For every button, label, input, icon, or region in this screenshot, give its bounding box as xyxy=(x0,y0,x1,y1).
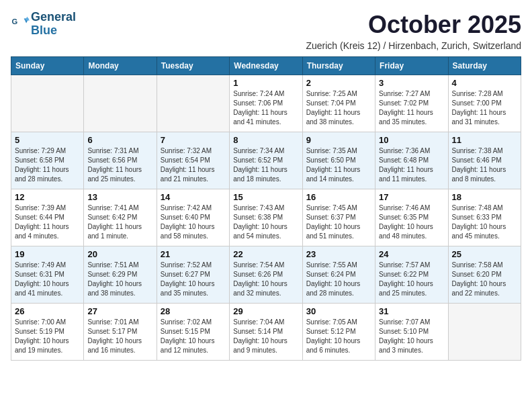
logo: G General Blue xyxy=(11,11,76,38)
day-number: 1 xyxy=(233,78,298,88)
day-info: Sunrise: 7:51 AM Sunset: 6:29 PM Dayligh… xyxy=(87,261,152,298)
calendar-week-row: 19Sunrise: 7:49 AM Sunset: 6:31 PM Dayli… xyxy=(11,246,521,304)
day-number: 30 xyxy=(306,306,371,316)
logo-icon: G xyxy=(11,15,30,34)
calendar-cell: 21Sunrise: 7:52 AM Sunset: 6:27 PM Dayli… xyxy=(157,246,229,304)
day-number: 13 xyxy=(87,192,152,202)
location-subtitle: Zuerich (Kreis 12) / Hirzenbach, Zurich,… xyxy=(306,40,521,51)
day-info: Sunrise: 7:39 AM Sunset: 6:44 PM Dayligh… xyxy=(15,203,80,241)
calendar-cell: 1Sunrise: 7:24 AM Sunset: 7:06 PM Daylig… xyxy=(230,75,302,132)
calendar-cell: 9Sunrise: 7:35 AM Sunset: 6:50 PM Daylig… xyxy=(302,132,375,189)
day-info: Sunrise: 7:31 AM Sunset: 6:56 PM Dayligh… xyxy=(87,146,152,184)
calendar-cell: 7Sunrise: 7:32 AM Sunset: 6:54 PM Daylig… xyxy=(157,132,229,189)
calendar-week-row: 5Sunrise: 7:29 AM Sunset: 6:58 PM Daylig… xyxy=(11,132,521,189)
calendar-cell: 4Sunrise: 7:28 AM Sunset: 7:00 PM Daylig… xyxy=(448,75,521,132)
day-number: 24 xyxy=(379,249,444,259)
day-info: Sunrise: 7:54 AM Sunset: 6:26 PM Dayligh… xyxy=(233,261,298,298)
day-info: Sunrise: 7:38 AM Sunset: 6:46 PM Dayligh… xyxy=(452,146,517,184)
calendar-cell: 13Sunrise: 7:41 AM Sunset: 6:42 PM Dayli… xyxy=(84,189,157,246)
day-number: 20 xyxy=(87,249,152,259)
day-number: 22 xyxy=(233,249,298,259)
day-info: Sunrise: 7:45 AM Sunset: 6:37 PM Dayligh… xyxy=(306,203,371,241)
day-info: Sunrise: 7:32 AM Sunset: 6:54 PM Dayligh… xyxy=(161,146,226,184)
calendar-cell: 15Sunrise: 7:43 AM Sunset: 6:38 PM Dayli… xyxy=(230,189,302,246)
day-number: 4 xyxy=(452,78,517,88)
calendar-cell: 30Sunrise: 7:05 AM Sunset: 5:12 PM Dayli… xyxy=(302,304,375,361)
calendar-cell: 3Sunrise: 7:27 AM Sunset: 7:02 PM Daylig… xyxy=(375,75,448,132)
calendar-cell: 5Sunrise: 7:29 AM Sunset: 6:58 PM Daylig… xyxy=(11,132,84,189)
day-info: Sunrise: 7:55 AM Sunset: 6:24 PM Dayligh… xyxy=(306,261,371,298)
day-number: 6 xyxy=(87,135,152,145)
weekday-header-wednesday: Wednesday xyxy=(230,57,302,75)
calendar-week-row: 1Sunrise: 7:24 AM Sunset: 7:06 PM Daylig… xyxy=(11,75,521,132)
svg-marker-2 xyxy=(25,17,30,21)
calendar-cell: 25Sunrise: 7:58 AM Sunset: 6:20 PM Dayli… xyxy=(448,246,521,304)
day-number: 9 xyxy=(306,135,371,145)
day-number: 27 xyxy=(87,306,152,316)
day-info: Sunrise: 7:52 AM Sunset: 6:27 PM Dayligh… xyxy=(161,261,226,298)
day-info: Sunrise: 7:24 AM Sunset: 7:06 PM Dayligh… xyxy=(233,89,298,127)
calendar-cell: 16Sunrise: 7:45 AM Sunset: 6:37 PM Dayli… xyxy=(302,189,375,246)
calendar-week-row: 12Sunrise: 7:39 AM Sunset: 6:44 PM Dayli… xyxy=(11,189,521,246)
day-number: 21 xyxy=(161,249,226,259)
month-title: October 2025 xyxy=(306,11,521,39)
day-info: Sunrise: 7:48 AM Sunset: 6:33 PM Dayligh… xyxy=(452,203,517,241)
day-info: Sunrise: 7:43 AM Sunset: 6:38 PM Dayligh… xyxy=(233,203,298,241)
calendar-cell: 26Sunrise: 7:00 AM Sunset: 5:19 PM Dayli… xyxy=(11,304,84,361)
day-number: 31 xyxy=(379,306,444,316)
weekday-header-thursday: Thursday xyxy=(302,57,375,75)
calendar-week-row: 26Sunrise: 7:00 AM Sunset: 5:19 PM Dayli… xyxy=(11,304,521,361)
title-area: October 2025 Zuerich (Kreis 12) / Hirzen… xyxy=(306,11,521,51)
day-number: 15 xyxy=(233,192,298,202)
calendar-header-row: SundayMondayTuesdayWednesdayThursdayFrid… xyxy=(11,57,521,75)
calendar-cell: 10Sunrise: 7:36 AM Sunset: 6:48 PM Dayli… xyxy=(375,132,448,189)
calendar-cell: 22Sunrise: 7:54 AM Sunset: 6:26 PM Dayli… xyxy=(230,246,302,304)
day-info: Sunrise: 7:29 AM Sunset: 6:58 PM Dayligh… xyxy=(15,146,80,184)
weekday-header-monday: Monday xyxy=(84,57,157,75)
day-info: Sunrise: 7:02 AM Sunset: 5:15 PM Dayligh… xyxy=(161,318,226,355)
day-info: Sunrise: 7:57 AM Sunset: 6:22 PM Dayligh… xyxy=(379,261,444,298)
day-number: 19 xyxy=(15,249,80,259)
page-header: G General Blue October 2025 Zuerich (Kre… xyxy=(11,11,521,51)
calendar-cell: 23Sunrise: 7:55 AM Sunset: 6:24 PM Dayli… xyxy=(302,246,375,304)
day-info: Sunrise: 7:27 AM Sunset: 7:02 PM Dayligh… xyxy=(379,89,444,127)
day-number: 28 xyxy=(161,306,226,316)
day-number: 5 xyxy=(15,135,80,145)
day-number: 26 xyxy=(15,306,80,316)
calendar-cell xyxy=(448,304,521,361)
weekday-header-friday: Friday xyxy=(375,57,448,75)
day-info: Sunrise: 7:25 AM Sunset: 7:04 PM Dayligh… xyxy=(306,89,371,127)
day-info: Sunrise: 7:28 AM Sunset: 7:00 PM Dayligh… xyxy=(452,89,517,127)
day-number: 18 xyxy=(452,192,517,202)
svg-text:G: G xyxy=(11,17,17,26)
calendar-cell: 24Sunrise: 7:57 AM Sunset: 6:22 PM Dayli… xyxy=(375,246,448,304)
calendar-cell: 18Sunrise: 7:48 AM Sunset: 6:33 PM Dayli… xyxy=(448,189,521,246)
day-number: 16 xyxy=(306,192,371,202)
day-info: Sunrise: 7:35 AM Sunset: 6:50 PM Dayligh… xyxy=(306,146,371,184)
day-number: 2 xyxy=(306,78,371,88)
day-number: 3 xyxy=(379,78,444,88)
calendar-cell: 27Sunrise: 7:01 AM Sunset: 5:17 PM Dayli… xyxy=(84,304,157,361)
calendar-cell: 11Sunrise: 7:38 AM Sunset: 6:46 PM Dayli… xyxy=(448,132,521,189)
day-info: Sunrise: 7:04 AM Sunset: 5:14 PM Dayligh… xyxy=(233,318,298,355)
day-number: 12 xyxy=(15,192,80,202)
calendar-cell xyxy=(11,75,84,132)
day-info: Sunrise: 7:58 AM Sunset: 6:20 PM Dayligh… xyxy=(452,261,517,298)
day-info: Sunrise: 7:41 AM Sunset: 6:42 PM Dayligh… xyxy=(87,203,152,241)
day-number: 10 xyxy=(379,135,444,145)
day-number: 23 xyxy=(306,249,371,259)
calendar-cell: 14Sunrise: 7:42 AM Sunset: 6:40 PM Dayli… xyxy=(157,189,229,246)
weekday-header-tuesday: Tuesday xyxy=(157,57,229,75)
calendar-cell: 20Sunrise: 7:51 AM Sunset: 6:29 PM Dayli… xyxy=(84,246,157,304)
logo-text: General Blue xyxy=(31,11,76,38)
day-info: Sunrise: 7:46 AM Sunset: 6:35 PM Dayligh… xyxy=(379,203,444,241)
calendar-cell xyxy=(157,75,229,132)
day-number: 8 xyxy=(233,135,298,145)
weekday-header-sunday: Sunday xyxy=(11,57,84,75)
day-number: 29 xyxy=(233,306,298,316)
calendar-cell: 8Sunrise: 7:34 AM Sunset: 6:52 PM Daylig… xyxy=(230,132,302,189)
calendar-cell: 12Sunrise: 7:39 AM Sunset: 6:44 PM Dayli… xyxy=(11,189,84,246)
day-info: Sunrise: 7:49 AM Sunset: 6:31 PM Dayligh… xyxy=(15,261,80,298)
calendar-cell: 6Sunrise: 7:31 AM Sunset: 6:56 PM Daylig… xyxy=(84,132,157,189)
calendar-cell: 2Sunrise: 7:25 AM Sunset: 7:04 PM Daylig… xyxy=(302,75,375,132)
